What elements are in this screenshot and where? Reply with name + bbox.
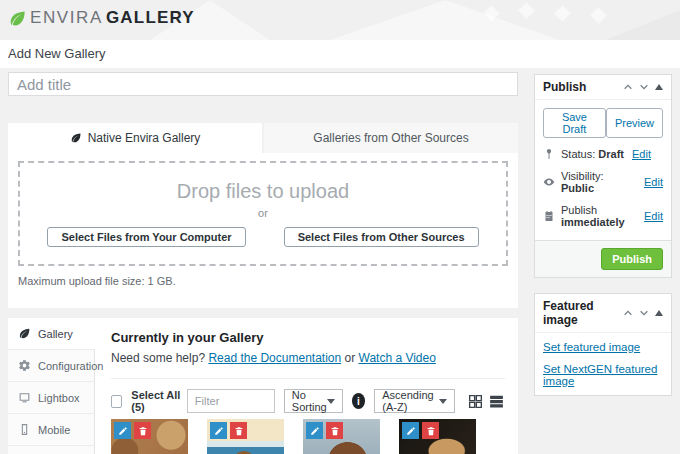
read-documentation-link[interactable]: Read the Documentation <box>208 351 341 365</box>
ordering-dropdown[interactable]: Ascending (A-Z) <box>374 389 455 413</box>
status-label: Status: <box>561 148 595 160</box>
gallery-image-thumbnail[interactable] <box>111 419 188 454</box>
header-watermark <box>589 6 607 24</box>
edit-image-button[interactable] <box>114 422 131 439</box>
header-watermark <box>553 4 571 22</box>
select-files-other-sources-button[interactable]: Select Files from Other Sources <box>284 227 479 247</box>
trash-icon <box>330 426 340 436</box>
edit-image-button[interactable] <box>402 422 419 439</box>
nav-item-lightbox[interactable]: Lightbox <box>8 382 94 414</box>
nav-item-configuration[interactable]: Configuration <box>8 350 94 382</box>
leaf-icon <box>70 132 82 144</box>
filter-input[interactable] <box>187 389 275 413</box>
edit-schedule-link[interactable]: Edit <box>644 210 663 222</box>
tab-label: Galleries from Other Sources <box>313 131 468 145</box>
edit-visibility-link[interactable]: Edit <box>644 176 663 188</box>
nav-label: Configuration <box>38 360 103 372</box>
collapse-toggle-icon[interactable] <box>655 84 663 90</box>
trash-icon <box>426 426 436 436</box>
status-row: Status: Draft Edit <box>543 148 663 160</box>
pencil-icon <box>214 426 224 436</box>
delete-image-button[interactable] <box>134 422 151 439</box>
edit-image-button[interactable] <box>306 422 323 439</box>
publish-button[interactable]: Publish <box>601 248 663 270</box>
help-text: Need some help? Read the Documentation o… <box>111 351 505 365</box>
or-text: or <box>258 207 268 219</box>
gallery-thumbnails <box>111 419 505 454</box>
move-up-icon[interactable] <box>623 82 633 92</box>
save-draft-button[interactable]: Save Draft <box>543 108 606 138</box>
gallery-image-thumbnail[interactable] <box>207 419 284 454</box>
move-down-icon[interactable] <box>639 308 649 318</box>
sorting-dropdown[interactable]: No Sorting <box>284 389 343 413</box>
delete-image-button[interactable] <box>422 422 439 439</box>
help-conjunction: or <box>345 351 356 365</box>
file-dropzone[interactable]: Drop files to upload or Select Files fro… <box>18 161 508 266</box>
gallery-title-input[interactable] <box>8 72 518 96</box>
info-icon[interactable]: i <box>352 393 366 409</box>
featured-image-metabox: Featured image Set featured image Set Ne… <box>534 293 672 396</box>
watch-video-link[interactable]: Watch a Video <box>359 351 436 365</box>
upload-panel: Drop files to upload or Select Files fro… <box>8 153 518 308</box>
select-files-computer-button[interactable]: Select Files from Your Computer <box>47 227 245 247</box>
edit-status-link[interactable]: Edit <box>632 148 651 160</box>
publish-metabox-header: Publish <box>535 75 671 100</box>
pencil-icon <box>118 426 128 436</box>
move-up-icon[interactable] <box>623 308 633 318</box>
select-all-label: Select All (5) <box>131 389 187 413</box>
delete-image-button[interactable] <box>326 422 343 439</box>
nav-item-mobile[interactable]: Mobile <box>8 414 94 446</box>
drop-files-text: Drop files to upload <box>177 180 349 203</box>
chevron-down-icon <box>327 399 335 404</box>
select-all-checkbox[interactable] <box>111 395 122 408</box>
pencil-icon <box>406 426 416 436</box>
brand-name-light: ENVIRA <box>30 8 103 28</box>
featured-image-title: Featured image <box>543 299 617 327</box>
schedule-value: immediately <box>561 216 625 228</box>
collapse-toggle-icon[interactable] <box>655 310 663 316</box>
tab-galleries-other-sources[interactable]: Galleries from Other Sources <box>264 123 518 153</box>
preview-button[interactable]: Preview <box>606 108 663 138</box>
edit-image-button[interactable] <box>210 422 227 439</box>
currently-in-gallery-heading: Currently in your Gallery <box>111 330 505 345</box>
brand-header: ENVIRAGALLERY <box>0 0 680 40</box>
list-view-icon[interactable] <box>488 392 505 410</box>
leaf-icon <box>18 327 31 340</box>
gallery-nav-sidebar: Gallery Configuration Lightbox Mobile <box>8 318 95 454</box>
trash-icon <box>234 426 244 436</box>
delete-image-button[interactable] <box>230 422 247 439</box>
main-column: Native Envira Gallery Galleries from Oth… <box>8 72 518 454</box>
nav-label: Mobile <box>38 424 70 436</box>
gallery-image-thumbnail[interactable] <box>399 419 476 454</box>
move-down-icon[interactable] <box>639 82 649 92</box>
set-nextgen-featured-image-link[interactable]: Set NextGEN featured image <box>543 363 663 387</box>
grid-view-icon[interactable] <box>467 392 484 410</box>
featured-image-header: Featured image <box>535 294 671 333</box>
help-prefix: Need some help? <box>111 351 205 365</box>
publish-title: Publish <box>543 80 617 94</box>
visibility-value: Public <box>561 182 594 194</box>
visibility-label: Visibility: <box>561 170 604 182</box>
nav-item-gallery[interactable]: Gallery <box>8 318 95 350</box>
featured-image-body: Set featured image Set NextGEN featured … <box>535 333 671 395</box>
gear-icon <box>18 359 31 372</box>
gallery-image-thumbnail[interactable] <box>303 419 380 454</box>
page-title-bar: Add New Gallery <box>0 40 680 68</box>
visibility-row: Visibility: Public Edit <box>543 170 663 194</box>
gallery-content: Currently in your Gallery Need some help… <box>95 318 519 454</box>
publish-metabox: Publish Save Draft Preview Status: Draft… <box>534 74 672 278</box>
ordering-value: Ascending (A-Z) <box>382 389 439 413</box>
schedule-label: Publish <box>561 204 597 216</box>
schedule-row: Publish immediately Edit <box>543 204 663 228</box>
nav-label: Lightbox <box>38 392 80 404</box>
gallery-settings-panel: Gallery Configuration Lightbox Mobile Cu… <box>8 318 518 454</box>
chevron-down-icon <box>439 399 447 404</box>
status-value: Draft <box>598 148 624 160</box>
side-column: Publish Save Draft Preview Status: Draft… <box>534 74 672 396</box>
leaf-icon <box>8 9 27 28</box>
header-watermark <box>605 8 680 40</box>
set-featured-image-link[interactable]: Set featured image <box>543 341 663 353</box>
publish-metabox-body: Save Draft Preview Status: Draft Edit Vi… <box>535 100 671 236</box>
tab-native-envira-gallery[interactable]: Native Envira Gallery <box>8 123 262 153</box>
publish-metabox-footer: Publish <box>535 240 671 277</box>
